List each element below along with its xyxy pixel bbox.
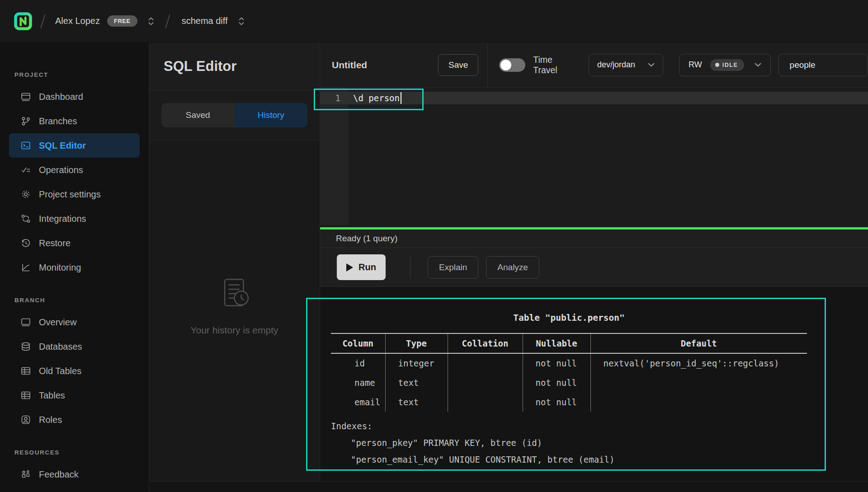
compute-select[interactable]: RW IDLE	[679, 54, 770, 76]
sidebar-item-feedback[interactable]: Feedback	[0, 462, 149, 487]
sidebar-item-overview[interactable]: Overview	[0, 310, 149, 334]
query-toolbar: Untitled Save Time Travel dev/jordan RW …	[320, 42, 868, 88]
tab-history[interactable]: History	[235, 103, 308, 127]
sidebar-item-label: Overview	[39, 317, 76, 328]
sidebar-item-project-settings[interactable]: Project settings	[0, 182, 149, 206]
cell: not null	[523, 353, 590, 373]
cell	[448, 392, 523, 412]
history-empty-icon	[217, 276, 252, 311]
code-editor[interactable]: 1 \d person	[320, 88, 868, 227]
cell: text	[385, 373, 448, 392]
run-button[interactable]: Run	[337, 254, 386, 280]
results-panel: Table "public.person" Column Type Collat…	[320, 287, 868, 492]
analyze-button[interactable]: Analyze	[486, 256, 539, 279]
cell: nextval('person_id_seq'::regclass)	[590, 353, 807, 373]
sidebar-item-label: Branches	[39, 116, 77, 127]
cell	[590, 392, 807, 412]
column-header: Type	[385, 333, 448, 353]
compute-status-badge: IDLE	[710, 59, 744, 71]
app-window: Alex Lopez FREE schema diff PROJECT Dash…	[0, 0, 868, 492]
sidebar-item-roles[interactable]: Roles	[0, 408, 149, 432]
cell: not null	[523, 373, 590, 392]
neon-logo-icon[interactable]	[14, 11, 33, 32]
chevron-down-icon	[755, 63, 761, 67]
editor-gutter	[320, 88, 349, 225]
sidebar-item-label: Feedback	[39, 469, 79, 480]
breadcrumb-account[interactable]: Alex Lopez	[55, 16, 100, 26]
line-number: 1	[320, 92, 349, 104]
index-entry: "person_pkey" PRIMARY KEY, btree (id)	[331, 435, 807, 451]
history-empty-text: Your history is empty	[190, 325, 278, 336]
query-doc-title[interactable]: Untitled	[332, 60, 373, 70]
sidebar-item-label: Databases	[39, 342, 82, 352]
feedback-icon	[20, 469, 31, 480]
sidebar-item-monitoring[interactable]: Monitoring	[0, 255, 149, 280]
branch-select-value: dev/jordan	[597, 60, 635, 70]
cell: id	[331, 353, 385, 373]
branch-select[interactable]: dev/jordan	[589, 54, 663, 76]
roles-icon	[20, 414, 31, 425]
indexes-label: Indexes:	[331, 418, 807, 435]
results-output: Table "public.person" Column Type Collat…	[331, 313, 807, 468]
tab-saved[interactable]: Saved	[161, 103, 235, 127]
sidebar-item-label: Operations	[39, 165, 83, 175]
project-switcher-chevron-icon[interactable]	[238, 16, 245, 27]
column-header: Nullable	[523, 333, 590, 353]
sidebar-item-branches[interactable]: Branches	[0, 109, 149, 133]
history-empty-state: Your history is empty	[149, 276, 320, 336]
gear-icon	[20, 189, 31, 200]
cell: email	[331, 392, 385, 412]
sidebar-item-operations[interactable]: Operations	[0, 158, 149, 182]
table-icon	[20, 365, 31, 376]
table-row: name text not null	[331, 373, 807, 392]
actions-divider	[410, 257, 410, 278]
sidebar-item-old-tables[interactable]: Old Tables	[0, 359, 149, 383]
monitoring-icon	[20, 262, 31, 273]
indexes-block: Indexes: "person_pkey" PRIMARY KEY, btre…	[331, 418, 807, 468]
top-bar: Alex Lopez FREE schema diff	[0, 0, 868, 42]
ready-text: Ready (1 query)	[336, 234, 397, 244]
sidebar-item-label: Monitoring	[39, 262, 81, 273]
sidebar-item-label: Old Tables	[39, 366, 81, 376]
result-table: Column Type Collation Nullable Default i…	[331, 333, 807, 412]
sidebar-item-label: Roles	[39, 415, 62, 425]
compute-select-label: RW	[689, 60, 702, 70]
breadcrumb-slash	[40, 14, 45, 28]
cell: name	[331, 373, 385, 392]
sidebar-item-label: Project settings	[39, 189, 101, 200]
sidebar-item-label: Dashboard	[39, 92, 83, 102]
save-button[interactable]: Save	[438, 54, 478, 76]
integrations-icon	[20, 213, 31, 224]
sidebar-item-integrations[interactable]: Integrations	[0, 206, 149, 231]
history-list: Your history is empty	[149, 141, 320, 492]
database-select[interactable]: people	[778, 54, 868, 76]
sidebar-section-branch: BRANCH	[14, 297, 149, 304]
bottom-strip	[149, 481, 868, 492]
sidebar-item-label: SQL Editor	[39, 141, 86, 151]
breadcrumb-project[interactable]: schema diff	[182, 16, 228, 26]
operations-icon	[20, 164, 31, 175]
column-header: Column	[331, 333, 385, 353]
query-actions: Run Explain Analyze	[320, 248, 868, 287]
dashboard-icon	[20, 91, 31, 102]
status-dot-icon	[715, 63, 719, 67]
account-switcher-chevron-icon[interactable]	[147, 16, 155, 27]
time-travel-toggle[interactable]	[499, 58, 525, 72]
sidebar-item-label: Integrations	[39, 214, 86, 224]
sidebar-item-tables[interactable]: Tables	[0, 383, 149, 408]
sidebar-section-resources: RESOURCES	[14, 449, 149, 456]
query-status-bar: Ready (1 query)	[320, 230, 868, 248]
code-line[interactable]: \d person	[353, 92, 401, 104]
compute-status-text: IDLE	[722, 62, 738, 68]
sidebar-item-databases[interactable]: Databases	[0, 334, 149, 359]
cell	[448, 373, 523, 392]
page-title: SQL Editor	[164, 58, 236, 75]
table-icon	[20, 390, 31, 401]
sidebar-item-dashboard[interactable]: Dashboard	[0, 84, 149, 109]
sidebar-item-restore[interactable]: Restore	[0, 231, 149, 255]
sidebar-item-sql-editor[interactable]: SQL Editor	[9, 133, 140, 158]
sidebar-item-label: Tables	[39, 390, 65, 401]
query-workspace: Untitled Save Time Travel dev/jordan RW …	[320, 42, 868, 492]
explain-button[interactable]: Explain	[428, 256, 478, 279]
table-row: email text not null	[331, 392, 807, 412]
